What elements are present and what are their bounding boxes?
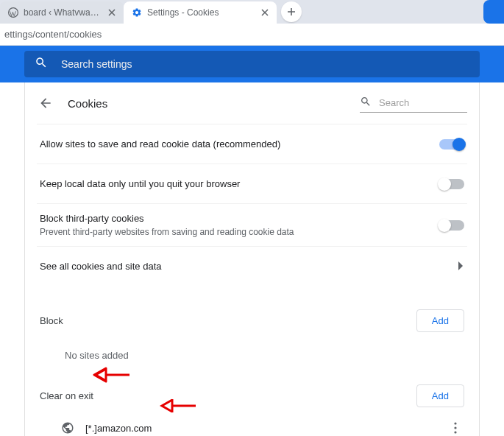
allow-cookies-toggle[interactable] (439, 139, 464, 150)
globe-icon (60, 421, 75, 435)
url-bar[interactable]: ettings/content/cookies (0, 24, 504, 46)
local-search-input[interactable] (379, 97, 480, 108)
setting-allow-cookies[interactable]: Allow sites to save and read cookie data… (37, 124, 467, 164)
browser-tab-bar: board ‹ Whatvwant — Wor… Settings - Cook… (0, 0, 504, 24)
url-text: ettings/content/cookies (4, 29, 102, 40)
block-section-title: Block (40, 315, 416, 326)
tab-title: board ‹ Whatvwant — Wor… (24, 7, 103, 18)
gear-icon (131, 7, 143, 18)
clear-site-row-1[interactable]: [*.]amazon.com (37, 412, 467, 436)
block-add-button[interactable]: Add (416, 309, 464, 332)
browser-tab-2[interactable]: Settings - Cookies (124, 1, 277, 24)
annotation-arrow-2 (159, 396, 197, 415)
close-icon[interactable] (106, 7, 118, 18)
browser-tab-1[interactable]: board ‹ Whatvwant — Wor… (0, 1, 124, 24)
clear-add-button[interactable]: Add (416, 384, 464, 407)
block-section-header: Block Add (37, 309, 467, 332)
svg-point-3 (454, 431, 456, 433)
new-tab-button[interactable] (281, 1, 302, 22)
global-search-input[interactable] (61, 58, 469, 70)
setting-title: See all cookies and site data (40, 261, 458, 272)
tab-title: Settings - Cookies (147, 7, 256, 18)
setting-title: Block third-party cookies (40, 213, 439, 224)
window-control-area (483, 0, 504, 24)
close-icon[interactable] (259, 7, 271, 18)
wordpress-icon (7, 7, 19, 18)
block-third-toggle[interactable] (439, 220, 464, 231)
annotation-arrow-1 (93, 365, 131, 384)
local-search[interactable] (360, 94, 467, 113)
chevron-right-icon (458, 260, 464, 273)
clear-section-header: Clear on exit Add (37, 384, 467, 407)
setting-keep-local[interactable]: Keep local data only until you quit your… (37, 164, 467, 203)
clear-section-title: Clear on exit (40, 390, 416, 401)
setting-description: Prevent third-party websites from saving… (40, 227, 439, 237)
search-icon (360, 96, 372, 110)
content-area: Cookies Allow sites to save and read coo… (0, 82, 504, 436)
search-icon (35, 56, 48, 72)
setting-title: Keep local data only until you quit your… (40, 178, 439, 189)
kebab-menu-icon[interactable] (447, 419, 464, 436)
svg-point-1 (454, 422, 456, 424)
setting-see-all-cookies[interactable]: See all cookies and site data (37, 246, 467, 286)
page-title: Cookies (68, 97, 360, 110)
settings-header (0, 46, 504, 82)
main-panel: Cookies Allow sites to save and read coo… (24, 82, 480, 436)
svg-point-2 (454, 426, 456, 429)
site-pattern: [*.]amazon.com (85, 423, 447, 434)
block-empty-text: No sites added (65, 350, 467, 361)
global-search-box[interactable] (24, 51, 480, 77)
back-arrow-icon[interactable] (37, 94, 54, 112)
keep-local-toggle[interactable] (439, 179, 464, 189)
title-row: Cookies (37, 82, 467, 124)
setting-title: Allow sites to save and read cookie data… (40, 138, 439, 150)
setting-block-third-party[interactable]: Block third-party cookies Prevent third-… (37, 203, 467, 246)
